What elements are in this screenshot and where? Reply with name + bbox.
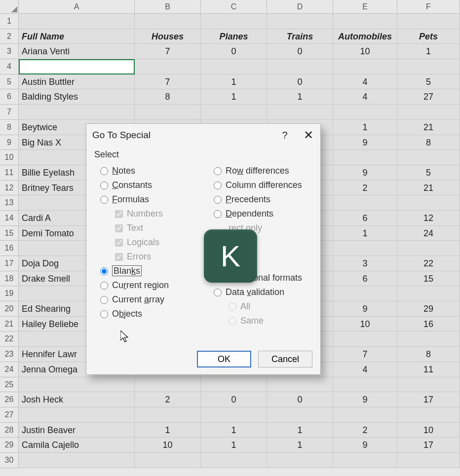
cell[interactable]: Planes [201, 29, 267, 44]
cell[interactable] [135, 14, 201, 29]
cell[interactable] [201, 377, 267, 393]
row-header[interactable]: 25 [0, 377, 19, 393]
row-header[interactable]: 9 [0, 135, 19, 150]
cell[interactable]: 7 [135, 44, 201, 59]
cell[interactable] [333, 14, 397, 29]
cell[interactable] [19, 377, 135, 393]
cell[interactable] [397, 105, 460, 120]
cell[interactable]: 1 [267, 423, 333, 438]
cell[interactable]: 2 [135, 392, 201, 407]
radio-precedents[interactable]: Precedents [206, 192, 311, 207]
cell[interactable] [333, 331, 397, 347]
cell[interactable] [397, 377, 460, 393]
cell[interactable] [397, 241, 460, 256]
radio-current-region[interactable]: Current region [92, 278, 206, 293]
cell[interactable] [19, 59, 135, 74]
cell[interactable] [267, 105, 333, 120]
cell[interactable] [333, 377, 397, 393]
cell[interactable]: Automobiles [333, 29, 397, 44]
radio-col-diff[interactable]: Column differences [206, 178, 311, 192]
cell[interactable] [333, 195, 397, 211]
radio-notes[interactable]: Notes [92, 164, 206, 178]
radio-input[interactable] [100, 182, 108, 189]
radio-input[interactable] [214, 210, 222, 218]
cell[interactable]: 6 [333, 271, 397, 287]
cell[interactable] [397, 195, 460, 211]
cell[interactable]: 16 [397, 317, 460, 332]
cell[interactable]: Balding Styles [19, 89, 135, 105]
cell[interactable]: 8 [397, 135, 460, 150]
col-header-F[interactable]: F [397, 0, 460, 14]
radio-dependents[interactable]: Dependents [206, 207, 311, 221]
row-header[interactable]: 12 [0, 181, 19, 196]
cell[interactable]: 2 [333, 423, 397, 438]
row-header[interactable]: 4 [0, 59, 19, 74]
radio-input[interactable] [100, 167, 108, 175]
cell[interactable] [135, 105, 201, 120]
row-header[interactable]: 11 [0, 165, 19, 181]
row-header[interactable]: 28 [0, 423, 19, 438]
cell[interactable]: 12 [397, 211, 460, 226]
cell[interactable]: 1 [267, 89, 333, 105]
radio-input[interactable] [214, 182, 222, 189]
cell[interactable]: 1 [201, 74, 267, 90]
row-header[interactable]: 8 [0, 120, 19, 135]
cell[interactable] [267, 377, 333, 393]
cell[interactable]: Full Name [19, 29, 135, 44]
row-header[interactable]: 14 [0, 211, 19, 226]
cell[interactable] [201, 453, 267, 468]
cell[interactable] [267, 59, 333, 74]
cell[interactable]: 2 [333, 181, 397, 196]
cell[interactable] [267, 453, 333, 468]
cancel-button[interactable]: Cancel [258, 351, 312, 367]
radio-input[interactable] [100, 296, 108, 304]
cell[interactable] [201, 407, 267, 423]
cell[interactable]: Trains [267, 29, 333, 44]
cell[interactable]: Pets [397, 29, 460, 44]
cell[interactable]: 9 [333, 438, 397, 453]
radio-input[interactable] [214, 196, 222, 204]
cell[interactable] [333, 407, 397, 423]
cell[interactable] [333, 241, 397, 256]
cell[interactable] [397, 453, 460, 468]
dialog-titlebar[interactable]: Go To Special ? ✕ [86, 124, 320, 146]
cell[interactable] [201, 14, 267, 29]
row-header[interactable]: 24 [0, 362, 19, 377]
cell[interactable]: 9 [333, 135, 397, 150]
ok-button[interactable]: OK [197, 351, 251, 367]
row-header[interactable]: 21 [0, 317, 19, 332]
cell[interactable]: 24 [397, 226, 460, 241]
cell[interactable]: 9 [333, 165, 397, 181]
radio-input[interactable] [100, 282, 108, 290]
col-header-D[interactable]: D [267, 0, 333, 14]
row-header[interactable]: 19 [0, 286, 19, 301]
cell[interactable]: 21 [397, 181, 460, 196]
cell[interactable] [333, 286, 397, 301]
radio-row-diff[interactable]: Row differences [206, 164, 311, 178]
cell[interactable] [19, 453, 135, 468]
cell[interactable]: 9 [333, 301, 397, 317]
cell[interactable] [19, 14, 135, 29]
cell[interactable] [135, 453, 201, 468]
col-header-E[interactable]: E [333, 0, 397, 14]
cell[interactable] [397, 14, 460, 29]
row-header[interactable]: 1 [0, 14, 19, 29]
cell[interactable]: 8 [135, 89, 201, 105]
radio-current-array[interactable]: Current array [92, 293, 206, 307]
col-header-C[interactable]: C [201, 0, 267, 14]
radio-input[interactable] [214, 167, 222, 175]
cell[interactable]: 0 [201, 392, 267, 407]
cell[interactable]: Josh Heck [19, 392, 135, 407]
cell[interactable] [397, 331, 460, 347]
cell[interactable] [19, 105, 135, 120]
cell[interactable]: 10 [333, 44, 397, 59]
cell[interactable] [333, 105, 397, 120]
row-header[interactable]: 18 [0, 271, 19, 287]
cell[interactable]: 22 [397, 256, 460, 271]
cell[interactable] [333, 59, 397, 74]
cell[interactable]: Ariana Venti [19, 44, 135, 59]
cell[interactable]: 1 [333, 120, 397, 135]
cell[interactable]: 10 [135, 438, 201, 453]
help-icon[interactable]: ? [273, 124, 297, 146]
cell[interactable]: 0 [267, 74, 333, 90]
